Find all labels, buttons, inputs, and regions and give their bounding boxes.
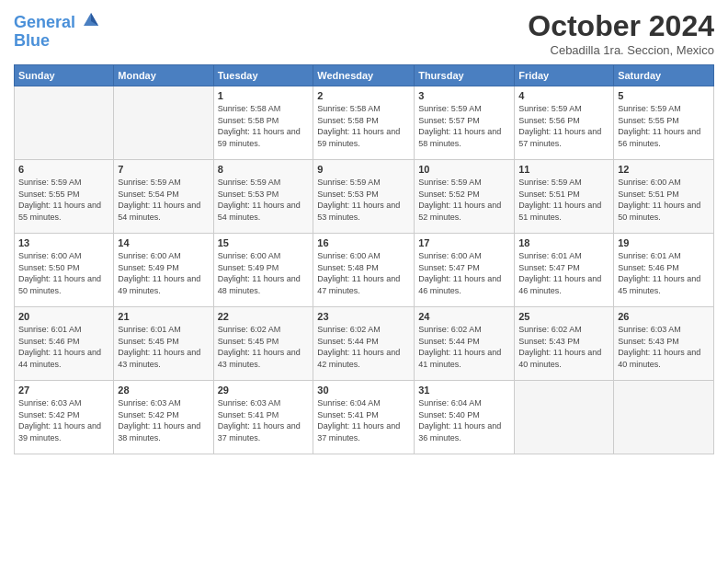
day-info: Sunrise: 6:03 AM Sunset: 5:42 PM Dayligh… — [118, 397, 209, 443]
day-number: 2 — [317, 90, 410, 101]
calendar-cell: 16Sunrise: 6:00 AM Sunset: 5:48 PM Dayli… — [313, 234, 415, 307]
calendar-cell: 5Sunrise: 5:59 AM Sunset: 5:55 PM Daylig… — [614, 86, 714, 160]
calendar-cell: 8Sunrise: 5:59 AM Sunset: 5:53 PM Daylig… — [213, 160, 313, 234]
weekday-header-thursday: Thursday — [415, 65, 515, 86]
day-number: 11 — [518, 164, 609, 175]
day-info: Sunrise: 6:00 AM Sunset: 5:48 PM Dayligh… — [317, 250, 410, 296]
day-info: Sunrise: 5:59 AM Sunset: 5:53 PM Dayligh… — [218, 177, 310, 223]
calendar-cell: 27Sunrise: 6:03 AM Sunset: 5:42 PM Dayli… — [15, 381, 114, 454]
calendar-cell: 19Sunrise: 6:01 AM Sunset: 5:46 PM Dayli… — [614, 234, 714, 307]
day-info: Sunrise: 6:01 AM Sunset: 5:46 PM Dayligh… — [618, 250, 710, 296]
weekday-header-wednesday: Wednesday — [313, 65, 415, 86]
day-number: 8 — [218, 164, 310, 175]
day-info: Sunrise: 6:02 AM Sunset: 5:44 PM Dayligh… — [317, 324, 410, 370]
weekday-header-monday: Monday — [114, 65, 213, 86]
day-number: 9 — [317, 164, 410, 175]
day-number: 28 — [118, 385, 209, 396]
day-number: 30 — [317, 385, 410, 396]
day-number: 24 — [418, 311, 510, 322]
day-info: Sunrise: 6:03 AM Sunset: 5:41 PM Dayligh… — [218, 397, 310, 443]
calendar-cell: 11Sunrise: 5:59 AM Sunset: 5:51 PM Dayli… — [515, 160, 614, 234]
calendar-cell — [114, 86, 213, 160]
title-block: October 2024 Cebadilla 1ra. Seccion, Mex… — [528, 9, 714, 57]
day-info: Sunrise: 6:01 AM Sunset: 5:46 PM Dayligh… — [18, 324, 109, 370]
day-number: 31 — [418, 385, 510, 396]
calendar-week-row: 20Sunrise: 6:01 AM Sunset: 5:46 PM Dayli… — [15, 307, 714, 381]
calendar-cell: 22Sunrise: 6:02 AM Sunset: 5:45 PM Dayli… — [213, 307, 313, 381]
day-number: 7 — [118, 164, 209, 175]
day-info: Sunrise: 5:59 AM Sunset: 5:55 PM Dayligh… — [618, 103, 710, 149]
month-title: October 2024 — [528, 9, 714, 43]
weekday-header-sunday: Sunday — [15, 65, 114, 86]
day-info: Sunrise: 6:00 AM Sunset: 5:50 PM Dayligh… — [18, 250, 109, 296]
calendar-cell: 20Sunrise: 6:01 AM Sunset: 5:46 PM Dayli… — [15, 307, 114, 381]
day-info: Sunrise: 6:00 AM Sunset: 5:47 PM Dayligh… — [418, 250, 510, 296]
calendar-cell: 15Sunrise: 6:00 AM Sunset: 5:49 PM Dayli… — [213, 234, 313, 307]
day-info: Sunrise: 6:04 AM Sunset: 5:40 PM Dayligh… — [418, 397, 510, 443]
day-number: 15 — [218, 237, 310, 248]
day-info: Sunrise: 6:00 AM Sunset: 5:51 PM Dayligh… — [618, 177, 710, 223]
day-number: 13 — [18, 237, 109, 248]
calendar-week-row: 13Sunrise: 6:00 AM Sunset: 5:50 PM Dayli… — [15, 234, 714, 307]
day-number: 5 — [618, 90, 710, 101]
day-info: Sunrise: 6:04 AM Sunset: 5:41 PM Dayligh… — [317, 397, 410, 443]
weekday-header-tuesday: Tuesday — [213, 65, 313, 86]
day-number: 3 — [418, 90, 510, 101]
day-info: Sunrise: 5:59 AM Sunset: 5:51 PM Dayligh… — [518, 177, 609, 223]
logo-blue: Blue — [14, 31, 50, 50]
calendar-cell — [15, 86, 114, 160]
calendar-week-row: 1Sunrise: 5:58 AM Sunset: 5:58 PM Daylig… — [15, 86, 714, 160]
day-number: 18 — [518, 237, 609, 248]
day-number: 21 — [118, 311, 209, 322]
calendar-cell: 25Sunrise: 6:02 AM Sunset: 5:43 PM Dayli… — [515, 307, 614, 381]
header: General Blue October 2024 Cebadilla 1ra.… — [14, 9, 714, 57]
day-info: Sunrise: 5:59 AM Sunset: 5:57 PM Dayligh… — [418, 103, 510, 149]
day-number: 17 — [418, 237, 510, 248]
calendar-cell: 1Sunrise: 5:58 AM Sunset: 5:58 PM Daylig… — [213, 86, 313, 160]
day-info: Sunrise: 6:00 AM Sunset: 5:49 PM Dayligh… — [218, 250, 310, 296]
calendar-cell: 24Sunrise: 6:02 AM Sunset: 5:44 PM Dayli… — [415, 307, 515, 381]
calendar-week-row: 27Sunrise: 6:03 AM Sunset: 5:42 PM Dayli… — [15, 381, 714, 454]
day-info: Sunrise: 5:59 AM Sunset: 5:56 PM Dayligh… — [518, 103, 609, 149]
day-number: 20 — [18, 311, 109, 322]
day-info: Sunrise: 6:02 AM Sunset: 5:45 PM Dayligh… — [218, 324, 310, 370]
logo: General Blue — [14, 9, 100, 51]
calendar-table: SundayMondayTuesdayWednesdayThursdayFrid… — [14, 64, 714, 454]
calendar-cell: 21Sunrise: 6:01 AM Sunset: 5:45 PM Dayli… — [114, 307, 213, 381]
day-info: Sunrise: 5:59 AM Sunset: 5:54 PM Dayligh… — [118, 177, 209, 223]
location-subtitle: Cebadilla 1ra. Seccion, Mexico — [528, 43, 714, 57]
day-info: Sunrise: 5:59 AM Sunset: 5:52 PM Dayligh… — [418, 177, 510, 223]
calendar-cell: 28Sunrise: 6:03 AM Sunset: 5:42 PM Dayli… — [114, 381, 213, 454]
day-number: 26 — [618, 311, 710, 322]
calendar-cell: 3Sunrise: 5:59 AM Sunset: 5:57 PM Daylig… — [415, 86, 515, 160]
day-info: Sunrise: 5:59 AM Sunset: 5:53 PM Dayligh… — [317, 177, 410, 223]
day-number: 25 — [518, 311, 609, 322]
calendar-cell: 23Sunrise: 6:02 AM Sunset: 5:44 PM Dayli… — [313, 307, 415, 381]
day-number: 14 — [118, 237, 209, 248]
day-number: 22 — [218, 311, 310, 322]
calendar-cell — [614, 381, 714, 454]
day-info: Sunrise: 5:58 AM Sunset: 5:58 PM Dayligh… — [218, 103, 310, 149]
day-info: Sunrise: 6:00 AM Sunset: 5:49 PM Dayligh… — [118, 250, 209, 296]
calendar-cell: 7Sunrise: 5:59 AM Sunset: 5:54 PM Daylig… — [114, 160, 213, 234]
logo-icon — [82, 9, 100, 28]
day-info: Sunrise: 5:59 AM Sunset: 5:55 PM Dayligh… — [18, 177, 109, 223]
calendar-cell: 26Sunrise: 6:03 AM Sunset: 5:43 PM Dayli… — [614, 307, 714, 381]
calendar-cell: 4Sunrise: 5:59 AM Sunset: 5:56 PM Daylig… — [515, 86, 614, 160]
day-number: 1 — [218, 90, 310, 101]
calendar-cell: 30Sunrise: 6:04 AM Sunset: 5:41 PM Dayli… — [313, 381, 415, 454]
logo-general: General — [14, 13, 75, 31]
calendar-cell: 9Sunrise: 5:59 AM Sunset: 5:53 PM Daylig… — [313, 160, 415, 234]
calendar-cell: 14Sunrise: 6:00 AM Sunset: 5:49 PM Dayli… — [114, 234, 213, 307]
calendar-cell: 13Sunrise: 6:00 AM Sunset: 5:50 PM Dayli… — [15, 234, 114, 307]
day-number: 29 — [218, 385, 310, 396]
weekday-header-saturday: Saturday — [614, 65, 714, 86]
day-info: Sunrise: 6:02 AM Sunset: 5:43 PM Dayligh… — [518, 324, 609, 370]
calendar-cell: 2Sunrise: 5:58 AM Sunset: 5:58 PM Daylig… — [313, 86, 415, 160]
day-info: Sunrise: 6:03 AM Sunset: 5:43 PM Dayligh… — [618, 324, 710, 370]
day-number: 16 — [317, 237, 410, 248]
calendar-cell: 31Sunrise: 6:04 AM Sunset: 5:40 PM Dayli… — [415, 381, 515, 454]
day-info: Sunrise: 6:02 AM Sunset: 5:44 PM Dayligh… — [418, 324, 510, 370]
day-number: 4 — [518, 90, 609, 101]
day-info: Sunrise: 6:01 AM Sunset: 5:47 PM Dayligh… — [518, 250, 609, 296]
